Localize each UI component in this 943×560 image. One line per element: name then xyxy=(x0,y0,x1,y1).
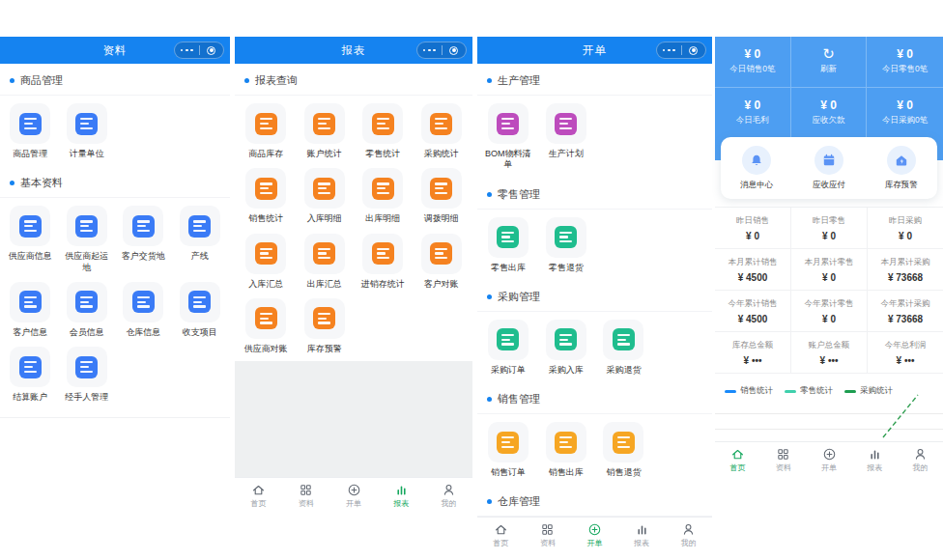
stat-cell: 昨日零售¥ 0 xyxy=(791,208,867,248)
icon-bar xyxy=(377,182,389,184)
menu-item[interactable]: 调拨明细 xyxy=(413,168,472,224)
cart-return-icon xyxy=(613,328,635,350)
menu-item[interactable]: 出库明细 xyxy=(354,168,413,224)
quick-action-bell[interactable]: 消息中心 xyxy=(721,146,793,191)
icon-bar xyxy=(80,230,93,232)
target-icon xyxy=(449,46,458,55)
bag-icon xyxy=(19,113,42,135)
clipboard-stats-icon xyxy=(430,113,452,135)
capsule-exit-icon[interactable] xyxy=(682,46,706,55)
tab-grid[interactable]: 资料 xyxy=(282,478,329,513)
icon-bar xyxy=(559,436,572,438)
menu-item[interactable]: 会员信息 xyxy=(59,282,116,338)
tab-chart[interactable]: 报表 xyxy=(378,478,425,513)
menu-item[interactable]: 入库明细 xyxy=(296,168,355,224)
icon-bar xyxy=(24,296,37,298)
menu-item[interactable]: 采购统计 xyxy=(413,103,472,159)
trend-chart xyxy=(715,401,943,439)
menu-item-label: 销售退货 xyxy=(606,467,641,478)
capsule-exit-icon[interactable] xyxy=(443,46,467,55)
menu-item[interactable]: 销售退货 xyxy=(595,422,653,478)
icon-bar xyxy=(24,118,37,120)
menu-item[interactable]: 产线 xyxy=(172,206,229,273)
stat-cell: 今年总利润¥ ••• xyxy=(868,332,943,373)
menu-item-label: 销售出库 xyxy=(549,467,584,478)
icon-bar xyxy=(559,441,568,443)
menu-item[interactable]: 收支项目 xyxy=(172,282,229,338)
menu-item[interactable]: 账户统计 xyxy=(296,103,355,159)
icon-bar xyxy=(617,334,630,336)
wechat-capsule[interactable] xyxy=(656,42,706,59)
tab-home[interactable]: 首页 xyxy=(235,478,282,513)
menu-item[interactable]: 采购入库 xyxy=(537,320,595,376)
icon-bar xyxy=(24,225,33,227)
quick-action-house[interactable]: 库存预警 xyxy=(865,146,937,191)
tab-plus[interactable]: 开单 xyxy=(329,478,377,513)
tab-home[interactable]: 首页 xyxy=(477,518,525,552)
menu-item[interactable]: 供应商信息 xyxy=(2,206,59,273)
dot-icon xyxy=(433,49,436,52)
tab-label: 我的 xyxy=(912,462,928,473)
section-title: 零售管理 xyxy=(498,187,540,202)
tab-user[interactable]: 我的 xyxy=(665,518,712,552)
menu-item[interactable]: 零售出库 xyxy=(479,217,537,273)
menu-item[interactable]: 仓库信息 xyxy=(115,282,172,338)
icon-bar xyxy=(24,361,37,363)
tab-plus[interactable]: 开单 xyxy=(806,442,851,477)
menu-item[interactable]: 结算账户 xyxy=(2,347,59,403)
menu-item[interactable]: 零售退货 xyxy=(537,217,595,273)
menu-item[interactable]: 供应商起运地 xyxy=(59,206,116,273)
menu-item-label: 零售统计 xyxy=(365,149,400,159)
legend-dash-icon xyxy=(725,390,736,393)
summary-cell[interactable]: ↻刷新 xyxy=(791,37,868,88)
menu-item-label: 库存预警 xyxy=(307,344,342,354)
menu-item[interactable]: 经手人管理 xyxy=(59,347,116,403)
quick-action-calendar[interactable]: 应收应付 xyxy=(793,146,866,191)
wechat-capsule[interactable] xyxy=(416,42,467,59)
menu-item[interactable]: 库存预警 xyxy=(296,298,355,354)
menu-item[interactable]: 销售统计 xyxy=(237,168,296,224)
menu-item[interactable]: 入库汇总 xyxy=(237,234,296,290)
tab-chart[interactable]: 报表 xyxy=(618,518,666,552)
tab-plus[interactable]: 开单 xyxy=(571,518,618,552)
tab-chart[interactable]: 报表 xyxy=(852,442,898,477)
more-dots-icon[interactable] xyxy=(175,49,199,52)
menu-item-tile xyxy=(67,282,107,322)
menu-item[interactable]: 零售统计 xyxy=(354,103,413,159)
wechat-capsule[interactable] xyxy=(174,42,224,59)
icon-bar xyxy=(137,230,150,232)
menu-item[interactable]: 采购订单 xyxy=(479,320,537,376)
menu-item[interactable]: 客户信息 xyxy=(2,282,59,338)
menu-item[interactable]: 商品库存 xyxy=(237,103,296,159)
menu-item-tile xyxy=(488,103,529,144)
menu-item[interactable]: 生产计划 xyxy=(537,103,595,171)
menu-item[interactable]: 销售订单 xyxy=(479,422,537,478)
menu-item[interactable]: 进销存统计 xyxy=(354,234,413,290)
menu-item-label: 计量单位 xyxy=(70,149,104,159)
tab-bar: 首页资料开单报表我的 xyxy=(715,441,943,477)
icon-bar xyxy=(435,252,443,254)
menu-item[interactable]: 出库汇总 xyxy=(296,234,355,290)
tab-grid[interactable]: 资料 xyxy=(525,518,572,552)
stats-grid: 昨日销售¥ 0昨日零售¥ 0昨日采购¥ 0本月累计销售¥ 4500本月累计零售¥… xyxy=(715,207,943,374)
menu-item[interactable]: 计量单位 xyxy=(59,103,116,159)
menu-item[interactable]: 客户对账 xyxy=(413,234,472,290)
more-dots-icon[interactable] xyxy=(657,49,681,52)
tab-grid[interactable]: 资料 xyxy=(760,442,806,477)
menu-item[interactable]: 销售出库 xyxy=(537,422,595,478)
more-dots-icon[interactable] xyxy=(417,49,442,52)
menu-item[interactable]: 商品管理 xyxy=(2,103,59,159)
menu-item[interactable]: 采购退货 xyxy=(595,320,653,376)
user-icon xyxy=(913,447,928,462)
capsule-exit-icon[interactable] xyxy=(200,46,224,55)
icon-bar xyxy=(193,305,206,307)
menu-item-label: 账户统计 xyxy=(307,149,342,159)
menu-item[interactable]: BOM物料清单 xyxy=(479,103,537,171)
menu-item[interactable]: 客户交货地 xyxy=(115,206,172,273)
tab-user[interactable]: 我的 xyxy=(898,442,943,477)
menu-item-label: 经手人管理 xyxy=(65,392,108,403)
tab-home[interactable]: 首页 xyxy=(715,442,760,477)
tab-user[interactable]: 我的 xyxy=(425,478,472,513)
menu-item[interactable]: 供应商对账 xyxy=(237,298,296,354)
stat-label: 昨日采购 xyxy=(889,215,922,227)
